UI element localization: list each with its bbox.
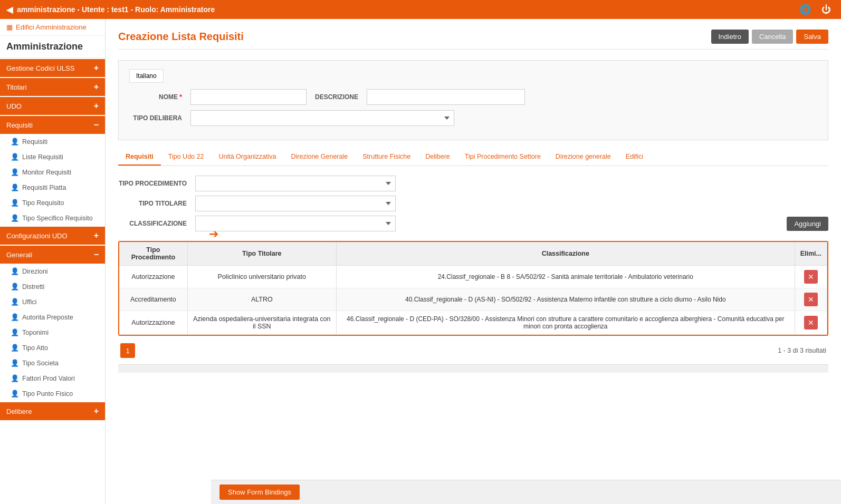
sidebar-section-label: UDO: [6, 102, 22, 110]
table-row: Autorizzazione Azienda ospedaliera-unive…: [119, 311, 827, 335]
results-info: 1 - 3 di 3 risultati: [778, 347, 826, 354]
show-bindings-button[interactable]: Show Form Bindings: [219, 484, 300, 500]
page-title-row: Creazione Lista Requisiti Indietro Cance…: [118, 30, 828, 50]
col-elimina: Elimi...: [795, 242, 827, 266]
sidebar-section-titolari[interactable]: Titolari +: [0, 78, 105, 96]
cell-elimina: ✕: [795, 288, 827, 311]
classificazione-select[interactable]: [195, 216, 396, 231]
sidebar-section-delibere[interactable]: Delibere +: [0, 402, 105, 420]
tab-tipi-procedimento-settore[interactable]: Tipi Procedimento Settore: [457, 149, 548, 166]
person-icon: 👤: [11, 359, 19, 367]
sidebar-item-tipo-societa[interactable]: 👤 Tipo Societa: [0, 355, 105, 371]
tab-requisiti[interactable]: Requisiti: [118, 149, 161, 166]
person-icon: 👤: [11, 267, 19, 275]
sidebar-section-toggle-icon: +: [94, 101, 99, 111]
sidebar-item-label: Tipo Punto Fisico: [22, 390, 73, 398]
back-button[interactable]: Indietro: [711, 30, 749, 44]
person-icon: 👤: [11, 168, 19, 176]
tipo-procedimento-select[interactable]: [195, 176, 396, 191]
sidebar-section-toggle-icon: +: [94, 406, 99, 416]
sidebar-item-tipo-atto[interactable]: 👤 Tipo Atto: [0, 340, 105, 355]
lang-tab[interactable]: Italiano: [129, 69, 164, 83]
sidebar-item-label: Liste Requisiti: [22, 153, 63, 161]
sidebar-item-toponimi[interactable]: 👤 Toponimi: [0, 325, 105, 340]
horizontal-scrollbar[interactable]: [118, 364, 828, 373]
topbar-arrow: ◀: [6, 5, 13, 15]
nome-input[interactable]: [190, 89, 307, 105]
tab-direzione-generale-2[interactable]: Direzione generale: [548, 149, 618, 166]
descrizione-input[interactable]: [367, 89, 525, 105]
sidebar-section-gestione-codici-ulss[interactable]: Gestione Codici ULSS +: [0, 59, 105, 77]
bottom-bar: Show Form Bindings: [211, 480, 841, 504]
sidebar-item-label: Tipo Societa: [22, 360, 59, 367]
topbar-title: amministrazione - Utente : test1 - Ruolo…: [17, 5, 215, 14]
tipo-delibera-select[interactable]: [190, 110, 454, 126]
delete-button[interactable]: ✕: [804, 293, 818, 306]
globe-button[interactable]: 🌐: [797, 2, 814, 17]
sidebar-item-tipo-specifico-requisito[interactable]: 👤 Tipo Specifico Requisito: [0, 210, 105, 226]
sidebar-section-label: Gestione Codici ULSS: [6, 64, 74, 72]
sidebar-section-generali[interactable]: Generali −: [0, 246, 105, 264]
col-tipo-procedimento: Tipo Procedimento: [119, 242, 187, 266]
person-icon: 👤: [11, 199, 19, 207]
person-icon: 👤: [11, 313, 19, 321]
cancel-button[interactable]: Cancella: [752, 30, 794, 44]
cell-classificazione: 46.Classif_regionale - D (CED-PA) - SO/3…: [336, 311, 795, 335]
sidebar-header: ▦ Edifici Amministrazione: [0, 19, 105, 36]
sidebar-item-requisiti-piatta[interactable]: 👤 Requisiti Piatta: [0, 180, 105, 195]
sidebar-item-fattori-prod-valori[interactable]: 👤 Fattori Prod Valori: [0, 371, 105, 386]
pagination-row: 1 1 - 3 di 3 risultati: [118, 339, 828, 362]
cell-tipo-procedimento: Autorizzazione: [119, 266, 187, 288]
sidebar-title: Amministrazione: [0, 36, 105, 58]
col-tipo-titolare: Tipo Titolare: [187, 242, 336, 266]
sidebar: ▦ Edifici Amministrazione Amministrazion…: [0, 19, 106, 504]
sidebar-item-label: Requisiti: [22, 138, 47, 146]
sidebar-item-requisiti[interactable]: 👤 Requisiti: [0, 134, 105, 149]
cell-classificazione: 40.Classif_regionale - D (AS-NI) - SO/50…: [336, 288, 795, 311]
table-row: Accreditamento ALTRO 40.Classif_regional…: [119, 288, 827, 311]
cell-tipo-procedimento: Autorizzazione: [119, 311, 187, 335]
col-classificazione: Classificazione: [336, 242, 795, 266]
tab-direzione-generale[interactable]: Direzione Generale: [284, 149, 356, 166]
cell-tipo-titolare: Policlinico universitario privato: [187, 266, 336, 288]
sidebar-item-liste-requisiti[interactable]: 👤 Liste Requisiti: [0, 149, 105, 164]
delete-button[interactable]: ✕: [804, 270, 818, 284]
sidebar-section-toggle-icon: −: [94, 120, 99, 130]
tab-tipo-udo-22[interactable]: Tipo Udo 22: [161, 149, 212, 166]
delete-button[interactable]: ✕: [804, 316, 818, 329]
sidebar-item-uffici[interactable]: 👤 Uffici: [0, 294, 105, 309]
power-button[interactable]: ⏻: [818, 2, 835, 17]
title-buttons: Indietro Cancella Salva: [711, 30, 829, 44]
sidebar-section-label: Titolari: [6, 83, 27, 91]
tab-edifici[interactable]: Edifici: [618, 149, 651, 166]
required-star: *: [179, 93, 182, 101]
sidebar-item-label: Distretti: [22, 283, 44, 290]
tab-strutture-fisiche[interactable]: Strutture Fisiche: [355, 149, 418, 166]
tipo-titolare-select[interactable]: [195, 196, 396, 211]
sidebar-item-label: Uffici: [22, 298, 37, 306]
save-button[interactable]: Salva: [796, 30, 828, 44]
tab-unita-organizzativa[interactable]: Unità Organizzativa: [211, 149, 283, 166]
sidebar-item-tipo-requisito[interactable]: 👤 Tipo Requisito: [0, 195, 105, 210]
sidebar-item-autorita-preposte[interactable]: 👤 Autorita Preposte: [0, 309, 105, 325]
sidebar-item-label: Requisiti Piatta: [22, 184, 66, 191]
sidebar-item-tipo-punto-fisico[interactable]: 👤 Tipo Punto Fisico: [0, 386, 105, 401]
table-section: Tipo Procedimento Tipo Titolare Classifi…: [118, 241, 828, 336]
sidebar-item-label: Tipo Requisito: [22, 199, 64, 207]
aggiungi-button[interactable]: Aggiungi: [787, 217, 828, 231]
sidebar-item-direzioni[interactable]: 👤 Direzioni: [0, 264, 105, 279]
sidebar-section-label: Configurazioni UDO: [6, 232, 68, 240]
main-layout: ▦ Edifici Amministrazione Amministrazion…: [0, 19, 841, 504]
person-icon: 👤: [11, 390, 19, 398]
tabs-row: Requisiti Tipo Udo 22 Unità Organizzativ…: [118, 149, 828, 166]
sidebar-item-monitor-requisiti[interactable]: 👤 Monitor Requisiti: [0, 164, 105, 180]
tipo-titolare-label: TIPO TITOLARE: [118, 200, 187, 207]
cell-elimina: ✕: [795, 266, 827, 288]
results-table: Tipo Procedimento Tipo Titolare Classifi…: [119, 242, 827, 335]
page-1-button[interactable]: 1: [120, 343, 135, 358]
sidebar-section-udo[interactable]: UDO +: [0, 97, 105, 115]
sidebar-section-requisiti[interactable]: Requisiti −: [0, 116, 105, 134]
sidebar-section-configurazioni-udo[interactable]: Configurazioni UDO +: [0, 227, 105, 245]
tab-delibere[interactable]: Delibere: [418, 149, 457, 166]
sidebar-item-distretti[interactable]: 👤 Distretti: [0, 279, 105, 294]
